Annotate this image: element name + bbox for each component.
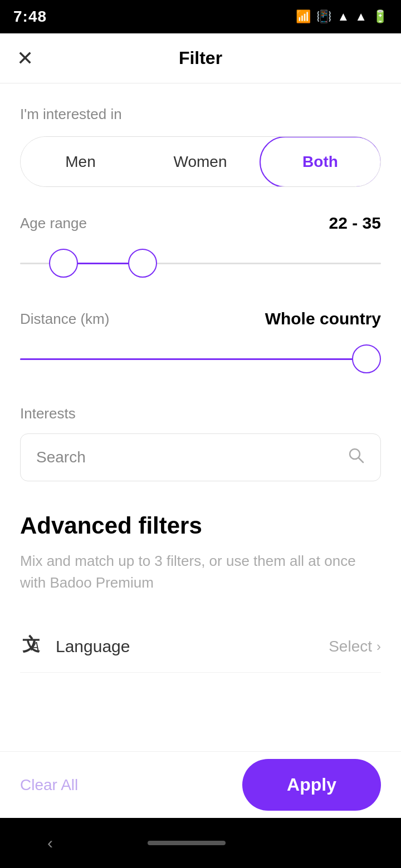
search-icon: [347, 446, 365, 468]
bluetooth-icon: 📶: [296, 9, 311, 24]
language-chevron-icon: ›: [376, 639, 381, 654]
nav-bar: ‹: [0, 818, 401, 868]
language-row[interactable]: 文 A Language Select ›: [20, 620, 381, 673]
status-icons: 📶 📳 ▲ ▲ 🔋: [296, 9, 388, 24]
gender-women-option[interactable]: Women: [140, 137, 260, 186]
language-left: 文 A Language: [20, 632, 130, 661]
battery-icon: 🔋: [373, 9, 388, 24]
gender-toggle: Men Women Both: [20, 136, 381, 187]
svg-line-1: [359, 458, 363, 462]
advanced-filters-title: Advanced filters: [20, 512, 381, 539]
home-indicator[interactable]: [148, 841, 226, 845]
age-range-value: 22 - 35: [329, 214, 381, 233]
age-slider[interactable]: [20, 244, 381, 283]
age-slider-thumb-left[interactable]: [49, 249, 78, 278]
advanced-filters-desc: Mix and match up to 3 filters, or use th…: [20, 550, 381, 594]
interests-label: Interests: [20, 405, 381, 422]
age-range-row: Age range 22 - 35: [20, 214, 381, 233]
interests-search-box[interactable]: Search: [20, 433, 381, 481]
interests-search-placeholder: Search: [36, 448, 347, 466]
page-title: Filter: [179, 48, 222, 68]
bottom-bar: Clear All Apply: [0, 751, 401, 818]
close-button[interactable]: ✕: [17, 48, 33, 68]
language-select-label: Select: [329, 638, 372, 655]
filter-header: ✕ Filter: [0, 33, 401, 83]
distance-value: Whole country: [265, 309, 381, 328]
language-name: Language: [56, 637, 130, 656]
wifi-icon: ▲: [337, 9, 349, 24]
interested-in-label: I'm interested in: [20, 106, 381, 123]
status-bar: 7:48 📶 📳 ▲ ▲ 🔋: [0, 0, 401, 33]
gender-men-option[interactable]: Men: [21, 137, 140, 186]
language-right: Select ›: [329, 638, 381, 655]
filter-content: I'm interested in Men Women Both Age ran…: [0, 83, 401, 751]
back-icon[interactable]: ‹: [47, 834, 53, 852]
age-slider-thumb-right[interactable]: [128, 249, 157, 278]
distance-row: Distance (km) Whole country: [20, 309, 381, 328]
clear-all-button[interactable]: Clear All: [20, 776, 78, 794]
distance-slider[interactable]: [20, 339, 381, 378]
apply-button[interactable]: Apply: [242, 759, 381, 811]
distance-slider-thumb[interactable]: [352, 344, 381, 373]
svg-text:A: A: [30, 639, 40, 653]
age-range-label: Age range: [20, 215, 87, 232]
vibrate-icon: 📳: [316, 9, 331, 24]
language-icon: 文 A: [20, 632, 45, 661]
status-time: 7:48: [13, 8, 47, 26]
distance-slider-fill: [20, 358, 366, 360]
distance-label: Distance (km): [20, 310, 109, 328]
signal-icon: ▲: [355, 9, 367, 24]
gender-both-option[interactable]: Both: [260, 136, 382, 187]
